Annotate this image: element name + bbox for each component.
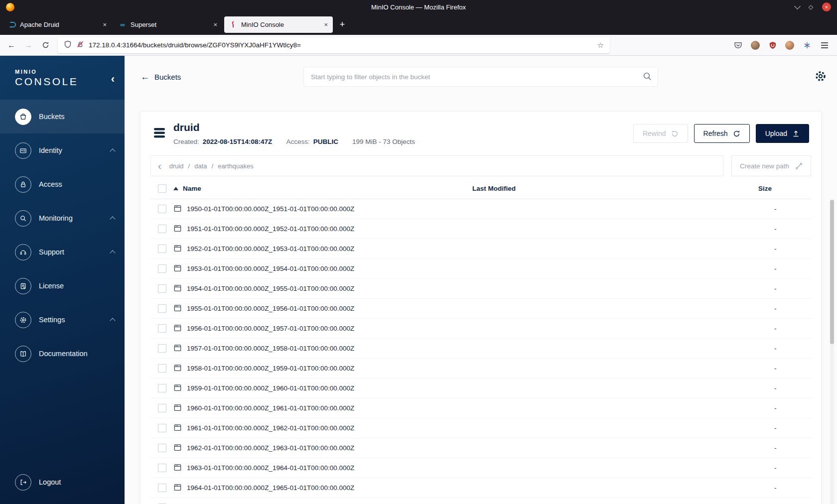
tab-minio-console[interactable]: MinIO Console ×	[224, 16, 333, 33]
row-checkbox[interactable]	[158, 245, 166, 253]
tab-close-icon[interactable]: ×	[213, 21, 217, 28]
table-row[interactable]: 1964-01-01T00:00:00.000Z_1965-01-01T00:0…	[150, 478, 811, 498]
ublock-icon[interactable]	[768, 40, 777, 50]
sidebar-item-monitoring[interactable]: Monitoring	[0, 201, 125, 235]
table-row[interactable]: 1954-01-01T00:00:00.000Z_1955-01-01T00:0…	[150, 279, 811, 299]
object-name[interactable]: 1962-01-01T00:00:00.000Z_1963-01-01T00:0…	[187, 444, 354, 452]
breadcrumb-segment[interactable]: earthquakes	[218, 162, 254, 170]
object-name[interactable]: 1959-01-01T00:00:00.000Z_1960-01-01T00:0…	[187, 384, 354, 392]
url-bar[interactable]: 172.18.0.4:31664/buckets/druid/browse/ZG…	[58, 37, 610, 53]
sidebar-item-documentation[interactable]: Documentation	[0, 337, 125, 371]
extension-pinwheel-icon[interactable]	[802, 40, 812, 50]
insecure-lock-icon[interactable]	[76, 40, 84, 50]
tab-close-icon[interactable]: ×	[103, 21, 107, 28]
tab-superset[interactable]: ∞ Superset ×	[114, 16, 222, 33]
window-close-icon[interactable]: ×	[822, 2, 831, 11]
object-name[interactable]: 1954-01-01T00:00:00.000Z_1955-01-01T00:0…	[187, 285, 354, 292]
window-minimize-icon[interactable]	[794, 3, 801, 9]
nav-reload-icon[interactable]	[38, 38, 53, 53]
menu-hamburger-icon[interactable]	[820, 40, 829, 50]
row-checkbox[interactable]	[158, 444, 166, 452]
object-name[interactable]: 1951-01-01T00:00:00.000Z_1952-01-01T00:0…	[187, 225, 354, 233]
select-all-checkbox[interactable]	[158, 184, 166, 193]
create-new-path-button[interactable]: Create new path	[731, 155, 811, 176]
logo-console-text: CONSOLE	[15, 76, 125, 88]
row-checkbox[interactable]	[158, 364, 166, 373]
nav-forward-icon[interactable]: →	[21, 38, 36, 53]
bookmark-star-icon[interactable]: ☆	[597, 41, 604, 50]
search-input[interactable]	[303, 67, 658, 87]
table-row[interactable]: 1955-01-01T00:00:00.000Z_1956-01-01T00:0…	[150, 299, 811, 319]
row-checkbox[interactable]	[158, 484, 166, 492]
url-text[interactable]: 172.18.0.4:31664/buckets/druid/browse/ZG…	[89, 41, 593, 49]
sidebar-item-settings[interactable]: Settings	[0, 303, 125, 337]
table-scrollbar[interactable]	[830, 200, 834, 504]
path-back-chevron-icon[interactable]: ‹	[158, 161, 161, 171]
upload-button[interactable]: Upload	[756, 124, 809, 143]
table-row[interactable]: 1962-01-01T00:00:00.000Z_1963-01-01T00:0…	[150, 438, 811, 458]
table-row[interactable]: 1961-01-01T00:00:00.000Z_1962-01-01T00:0…	[150, 418, 811, 438]
size-column-header[interactable]: Size	[751, 185, 811, 192]
sidebar-item-buckets[interactable]: Buckets	[0, 100, 125, 133]
table-row[interactable]: 1956-01-01T00:00:00.000Z_1957-01-01T00:0…	[150, 319, 811, 339]
table-row[interactable]: 1965-01-01T00:00:00.000Z_1966-01-01T00:0…	[150, 498, 811, 504]
window-maximize-icon[interactable]: ◇	[809, 3, 813, 10]
object-name[interactable]: 1957-01-01T00:00:00.000Z_1958-01-01T00:0…	[187, 345, 354, 352]
nav-back-icon[interactable]: ←	[4, 38, 19, 53]
object-name[interactable]: 1964-01-01T00:00:00.000Z_1965-01-01T00:0…	[187, 484, 354, 492]
object-name[interactable]: 1950-01-01T00:00:00.000Z_1951-01-01T00:0…	[187, 205, 354, 213]
table-row[interactable]: 1958-01-01T00:00:00.000Z_1959-01-01T00:0…	[150, 359, 811, 378]
last-modified-column-header[interactable]: Last Modified	[472, 185, 751, 192]
sidebar-item-identity[interactable]: Identity	[0, 133, 125, 167]
table-row[interactable]: 1960-01-01T00:00:00.000Z_1961-01-01T00:0…	[150, 398, 811, 418]
table-row[interactable]: 1950-01-01T00:00:00.000Z_1951-01-01T00:0…	[150, 199, 811, 219]
profile-avatar-icon[interactable]	[785, 41, 794, 50]
new-tab-button[interactable]: +	[335, 17, 350, 32]
object-name[interactable]: 1961-01-01T00:00:00.000Z_1962-01-01T00:0…	[187, 424, 354, 432]
created-label: Created:	[173, 138, 199, 145]
back-to-buckets-link[interactable]: ← Buckets	[140, 72, 181, 82]
table-row[interactable]: 1959-01-01T00:00:00.000Z_1960-01-01T00:0…	[150, 378, 811, 398]
refresh-button[interactable]: Refresh	[694, 124, 750, 143]
row-checkbox[interactable]	[158, 384, 166, 392]
sidebar-item-access[interactable]: Access	[0, 167, 125, 201]
sidebar-item-support[interactable]: Support	[0, 235, 125, 269]
table-row[interactable]: 1952-01-01T00:00:00.000Z_1953-01-01T00:0…	[150, 239, 811, 259]
row-checkbox[interactable]	[158, 284, 166, 293]
object-name[interactable]: 1955-01-01T00:00:00.000Z_1956-01-01T00:0…	[187, 305, 354, 312]
object-name[interactable]: 1960-01-01T00:00:00.000Z_1961-01-01T00:0…	[187, 404, 354, 412]
object-name[interactable]: 1963-01-01T00:00:00.000Z_1964-01-01T00:0…	[187, 464, 354, 472]
row-checkbox[interactable]	[158, 404, 166, 412]
sidebar-collapse-icon[interactable]: ‹	[111, 74, 115, 85]
account-avatar-icon[interactable]	[751, 41, 760, 50]
table-row[interactable]: 1963-01-01T00:00:00.000Z_1964-01-01T00:0…	[150, 458, 811, 478]
row-checkbox[interactable]	[158, 225, 166, 233]
row-checkbox[interactable]	[158, 464, 166, 472]
object-name[interactable]: 1956-01-01T00:00:00.000Z_1957-01-01T00:0…	[187, 325, 354, 332]
object-name[interactable]: 1958-01-01T00:00:00.000Z_1959-01-01T00:0…	[187, 365, 354, 372]
table-row[interactable]: 1953-01-01T00:00:00.000Z_1954-01-01T00:0…	[150, 259, 811, 279]
name-column-header[interactable]: Name	[173, 185, 472, 192]
table-row[interactable]: 1957-01-01T00:00:00.000Z_1958-01-01T00:0…	[150, 339, 811, 359]
object-name[interactable]: 1953-01-01T00:00:00.000Z_1954-01-01T00:0…	[187, 265, 354, 272]
row-checkbox[interactable]	[158, 324, 166, 333]
row-checkbox[interactable]	[158, 304, 166, 313]
breadcrumb-segment[interactable]: data	[194, 162, 207, 170]
object-name[interactable]: 1952-01-01T00:00:00.000Z_1953-01-01T00:0…	[187, 245, 354, 252]
row-checkbox[interactable]	[158, 205, 166, 213]
row-checkbox[interactable]	[158, 424, 166, 432]
rewind-button-label: Rewind	[643, 129, 666, 137]
pocket-icon[interactable]	[733, 40, 743, 50]
breadcrumb-segment[interactable]: druid	[169, 162, 184, 170]
row-checkbox[interactable]	[158, 264, 166, 273]
console-settings-gear-icon[interactable]	[814, 70, 827, 85]
table-scrollbar-thumb[interactable]	[830, 200, 834, 344]
sidebar-item-license[interactable]: License	[0, 269, 125, 303]
row-checkbox[interactable]	[158, 344, 166, 353]
table-row[interactable]: 1951-01-01T00:00:00.000Z_1952-01-01T00:0…	[150, 219, 811, 239]
tab-apache-druid[interactable]: Apache Druid ×	[3, 16, 112, 33]
tracking-shield-icon[interactable]	[64, 40, 72, 50]
sidebar-item-logout[interactable]: Logout	[0, 465, 125, 499]
tab-close-icon[interactable]: ×	[324, 21, 328, 28]
rewind-button[interactable]: Rewind	[633, 124, 688, 143]
